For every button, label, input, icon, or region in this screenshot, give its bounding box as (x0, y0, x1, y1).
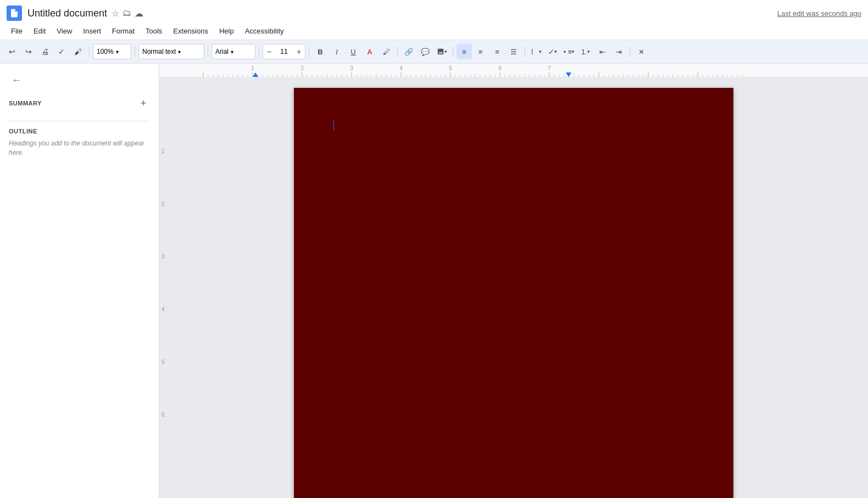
doc-icon (7, 5, 22, 21)
margin-num-3: 3 (159, 254, 170, 306)
checklist-button[interactable]: ✓▾ (545, 44, 560, 59)
divider-7 (453, 46, 453, 57)
decrease-indent-button[interactable]: ⇤ (594, 44, 610, 59)
sidebar: ← SUMMARY + OUTLINE Headings you add to … (0, 64, 159, 498)
justify-button[interactable]: ☰ (506, 44, 521, 59)
menu-format[interactable]: Format (108, 25, 139, 37)
document-area[interactable] (159, 77, 868, 498)
margin-num-5: 5 (159, 359, 170, 412)
bold-button[interactable]: B (313, 44, 328, 59)
menu-extensions[interactable]: Extensions (169, 25, 213, 37)
menu-bar: File Edit View Insert Format Tools Exten… (0, 22, 868, 40)
title-bar: Untitled document ☆ 🗂 ☁ Last edit was se… (0, 0, 868, 22)
menu-view[interactable]: View (52, 25, 76, 37)
insert-image-button[interactable]: ▾ (434, 44, 449, 59)
summary-title: SUMMARY (9, 100, 42, 107)
outline-title: OUTLINE (9, 128, 150, 135)
font-size-input[interactable] (275, 48, 293, 55)
outline-hint: Headings you add to the document will ap… (9, 139, 150, 158)
redo-button[interactable]: ↪ (21, 44, 36, 59)
line-spacing-button[interactable]: ▾ (528, 44, 544, 59)
menu-help[interactable]: Help (215, 25, 238, 37)
divider-9 (630, 46, 630, 57)
divider-8 (525, 46, 525, 57)
align-right-button[interactable]: ≡ (489, 44, 505, 59)
menu-file[interactable]: File (7, 25, 27, 37)
sidebar-back-button[interactable]: ← (9, 72, 24, 88)
text-cursor (333, 121, 334, 131)
ruler (159, 64, 868, 77)
divider-3 (208, 46, 208, 57)
left-margin: 1 2 3 4 5 6 (159, 77, 170, 498)
toolbar: ↩ ↪ 🖨 ✓ 🖌 100% ▾ Normal text ▾ Arial ▾ −… (0, 40, 868, 64)
increase-indent-button[interactable]: ⇥ (611, 44, 626, 59)
zoom-value: 100% (97, 48, 114, 55)
text-style-dropdown[interactable]: Normal text ▾ (138, 44, 204, 59)
font-size-increase[interactable]: + (293, 44, 305, 59)
align-left-button[interactable]: ≡ (457, 44, 472, 59)
print-button[interactable]: 🖨 (37, 44, 53, 59)
text-style-arrow: ▾ (178, 49, 181, 55)
italic-button[interactable]: I (329, 44, 344, 59)
folder-icon[interactable]: 🗂 (123, 8, 131, 18)
margin-num-2: 2 (159, 201, 170, 254)
paint-format-button[interactable]: 🖌 (70, 44, 86, 59)
insert-comment-button[interactable]: 💬 (418, 44, 433, 59)
margin-num-4: 4 (159, 306, 170, 359)
font-family-value: Arial (215, 48, 229, 55)
bullet-list-button[interactable]: • ≡ ▾ (561, 44, 577, 59)
align-center-button[interactable]: ≡ (473, 44, 488, 59)
ruler-container: 1 2 3 4 5 6 (159, 64, 868, 498)
divider-6 (397, 46, 398, 57)
document-title[interactable]: Untitled document (27, 8, 107, 19)
divider-5 (309, 46, 309, 57)
font-family-arrow: ▾ (231, 49, 233, 55)
text-style-value: Normal text (142, 48, 176, 55)
zoom-dropdown[interactable]: 100% ▾ (93, 44, 131, 59)
title-icons: ☆ 🗂 ☁ (112, 8, 143, 19)
star-icon[interactable]: ☆ (112, 8, 119, 19)
font-size-control[interactable]: − + (263, 44, 305, 59)
font-family-dropdown[interactable]: Arial ▾ (212, 44, 255, 59)
clear-formatting-button[interactable]: ✕ (633, 44, 649, 59)
highlight-button[interactable]: 🖊 (379, 44, 394, 59)
menu-tools[interactable]: Tools (141, 25, 166, 37)
cloud-icon[interactable]: ☁ (135, 8, 143, 19)
undo-button[interactable]: ↩ (4, 44, 20, 59)
margin-num-6: 6 (159, 412, 170, 465)
svg-rect-0 (532, 49, 532, 55)
zoom-arrow: ▾ (116, 49, 119, 55)
save-status[interactable]: Last edit was seconds ago (777, 9, 861, 18)
divider-2 (135, 46, 135, 57)
summary-section-header: SUMMARY + (9, 97, 150, 110)
margin-num-1: 1 (159, 148, 170, 201)
divider-1 (89, 46, 90, 57)
menu-edit[interactable]: Edit (29, 25, 50, 37)
spellcheck-button[interactable]: ✓ (54, 44, 69, 59)
menu-insert[interactable]: Insert (79, 25, 105, 37)
font-size-decrease[interactable]: − (263, 44, 275, 59)
text-color-button[interactable]: A (362, 44, 377, 59)
divider-4 (259, 46, 259, 57)
document-page[interactable] (294, 88, 733, 498)
ruler-canvas (159, 64, 868, 77)
summary-add-button[interactable]: + (137, 97, 150, 110)
menu-accessibility[interactable]: Accessibility (241, 25, 288, 37)
insert-link-button[interactable]: 🔗 (401, 44, 416, 59)
numbered-list-button[interactable]: 1. ▾ (578, 44, 593, 59)
main-content: ← SUMMARY + OUTLINE Headings you add to … (0, 64, 868, 498)
sidebar-divider (9, 121, 150, 121)
underline-button[interactable]: U (346, 44, 361, 59)
